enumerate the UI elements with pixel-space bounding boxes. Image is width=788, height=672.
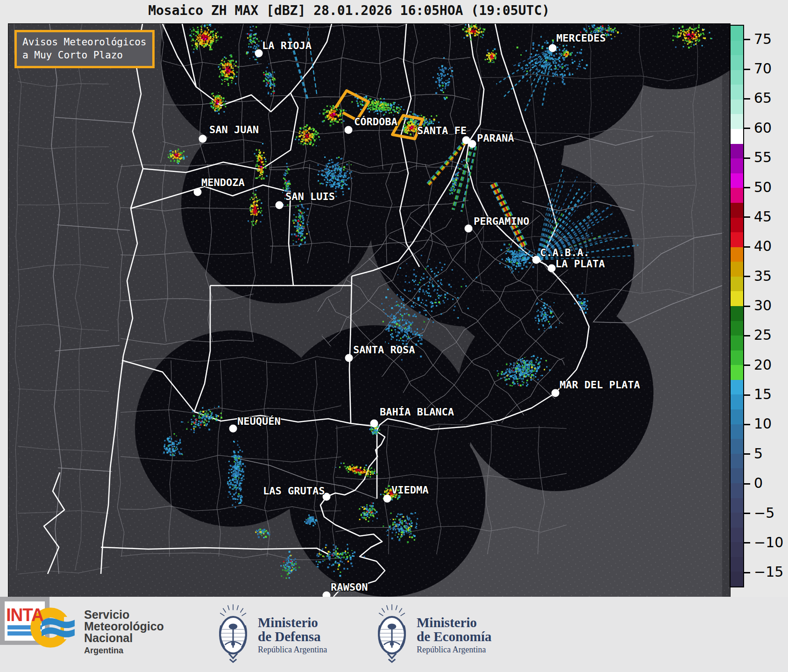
colorbar-segment [731, 203, 743, 218]
colorbar-segment [731, 394, 743, 409]
colorbar-tick [744, 216, 750, 218]
city-dot [345, 354, 353, 362]
colorbar-tick [744, 246, 750, 248]
colorbar-tick [744, 128, 750, 129]
colorbar-segment [731, 439, 743, 454]
colorbar-tick-label: 25 [754, 327, 772, 343]
colorbar-segment [731, 173, 743, 188]
city-label: LA RIOJA [262, 40, 312, 51]
colorbar-tick-label: 35 [754, 268, 772, 284]
colorbar-segment [731, 483, 743, 498]
colorbar-tick [744, 483, 750, 485]
smn-text-line4: Argentina [84, 645, 164, 657]
colorbar-segment [731, 572, 743, 586]
colorbar-tick [744, 98, 750, 100]
page-title: Mosaico ZH MAX [dBZ] 28.01.2026 16:05HOA… [8, 3, 690, 18]
city-label: CÓRDOBA [354, 116, 398, 128]
smn-text-line1: Servicio [84, 609, 164, 621]
city-dot [469, 140, 476, 148]
radar-map: LA RIOJAMERCEDESSAN JUANMENDOZASAN LUISC… [8, 23, 731, 598]
defensa-line2: de Defensa [258, 629, 327, 643]
colorbar-segment [731, 188, 743, 203]
radar-map-canvas: LA RIOJAMERCEDESSAN JUANMENDOZASAN LUISC… [8, 24, 730, 597]
city-label: VIEDMA [391, 484, 428, 496]
colorbar-tick-label: 65 [754, 90, 772, 106]
colorbar-tick [744, 542, 750, 543]
colorbar-segment [731, 350, 743, 365]
colorbar-tick [744, 306, 750, 307]
city-dot [549, 44, 557, 52]
radar-product-page: Mosaico ZH MAX [dBZ] 28.01.2026 16:05HOA… [0, 0, 788, 672]
colorbar-segment [731, 158, 743, 173]
city-dot [465, 225, 473, 233]
colorbar-tick [744, 39, 750, 40]
colorbar-segment [731, 528, 743, 543]
defensa-subtitle: República Argentina [258, 645, 327, 655]
ministerio-defensa-logo: Ministerio de Defensa República Argentin… [215, 601, 327, 665]
colorbar-tick-label: 70 [754, 60, 772, 77]
colorbar-tick [744, 276, 750, 277]
city-dot [552, 389, 560, 397]
dbz-colorbar-gradient [730, 25, 744, 587]
colorbar-tick-label: 55 [754, 149, 772, 165]
colorbar-tick-label: −15 [754, 564, 783, 580]
city-dot [383, 495, 391, 503]
city-dot [276, 201, 284, 209]
colorbar-tick-label: 40 [754, 238, 772, 254]
colorbar-tick [744, 187, 750, 188]
colorbar-tick [744, 157, 750, 159]
colorbar-segment [731, 542, 743, 557]
colorbar-segment [731, 55, 743, 70]
colorbar-tick-label: 10 [754, 415, 772, 432]
colorbar-segment [731, 321, 743, 336]
defensa-line1: Ministerio [258, 615, 327, 629]
colorbar-tick-label: 20 [754, 357, 772, 373]
ministerio-economia-logo: Ministerio de Economía República Argenti… [374, 601, 491, 665]
inta-wordmark: INTA [6, 606, 43, 624]
city-dot [194, 188, 202, 196]
city-label: LA PLATA [555, 258, 605, 270]
city-label: SAN LUIS [285, 191, 335, 202]
city-dot [199, 135, 207, 143]
warning-legend-line1: Avisos Meteorológicos [22, 36, 147, 49]
colorbar-segment [731, 262, 743, 277]
city-label: BAHÍA BLANCA [380, 406, 454, 418]
city-label: MAR DEL PLATA [560, 379, 640, 391]
colorbar-segment [731, 144, 743, 159]
colorbar-tick [744, 335, 750, 336]
city-label: MENDOZA [201, 177, 245, 188]
colorbar-tick-label: −5 [754, 505, 774, 521]
colorbar-tick [744, 69, 750, 70]
colorbar-segment [731, 129, 743, 144]
city-dot [370, 420, 378, 428]
colorbar-segment [731, 306, 743, 321]
colorbar-tick [744, 453, 750, 455]
city-label: NEUQUÉN [237, 415, 281, 427]
colorbar-segment [731, 218, 743, 233]
colorbar-segment [731, 100, 743, 114]
argentina-crest-icon [215, 601, 251, 665]
colorbar-tick [744, 513, 750, 514]
argentina-crest-icon [374, 601, 410, 665]
colorbar-tick-label: −10 [754, 534, 783, 550]
city-label: C.A.B.A. [540, 247, 589, 258]
colorbar-tick [744, 424, 750, 425]
colorbar-tick [744, 394, 750, 396]
footer-logos: Servicio Meteorológico Nacional Argentin… [0, 597, 788, 672]
economia-line2: de Economía [417, 629, 491, 643]
city-dot [229, 425, 237, 433]
colorbar-tick [744, 365, 750, 366]
city-label: SANTA ROSA [353, 344, 415, 356]
colorbar-segment [731, 232, 743, 247]
colorbar-segment [731, 380, 743, 395]
colorbar-segment [731, 336, 743, 350]
colorbar-segment [731, 291, 743, 306]
colorbar-tick-label: 15 [754, 386, 772, 402]
city-label: PARANÁ [477, 132, 514, 144]
colorbar-tick-label: 60 [754, 120, 772, 136]
smn-text-line3: Nacional [84, 632, 164, 644]
city-dot [255, 50, 263, 57]
city-label: LAS GRUTAS [263, 485, 325, 497]
smn-logo: Servicio Meteorológico Nacional Argentin… [28, 603, 164, 657]
city-label: MERCEDES [556, 32, 606, 44]
